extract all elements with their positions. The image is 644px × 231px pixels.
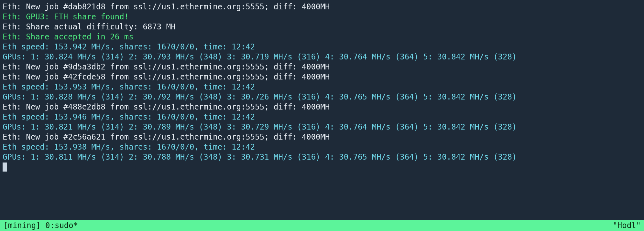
tmux-statusbar: [mining] 0:sudo* "Hodl" xyxy=(0,220,644,231)
statusbar-hostname: "Hodl" xyxy=(613,221,641,231)
terminal-output: Eth: New job #dab821d8 from ssl://us1.et… xyxy=(3,2,641,220)
log-line: GPUs: 1: 30.811 MH/s (314) 2: 30.788 MH/… xyxy=(3,152,641,162)
statusbar-session-window: [mining] 0:sudo* xyxy=(3,221,78,231)
log-line: GPUs: 1: 30.824 MH/s (314) 2: 30.793 MH/… xyxy=(3,52,641,62)
log-line: Eth speed: 153.938 MH/s, shares: 1670/0/… xyxy=(3,142,641,152)
log-line: Eth speed: 153.946 MH/s, shares: 1670/0/… xyxy=(3,112,641,122)
log-line: Eth: New job #dab821d8 from ssl://us1.et… xyxy=(3,2,641,12)
terminal-window[interactable]: Eth: New job #dab821d8 from ssl://us1.et… xyxy=(0,0,644,231)
log-line: Eth: New job #42fcde58 from ssl://us1.et… xyxy=(3,72,641,82)
log-line: Eth: GPU3: ETH share found! xyxy=(3,12,641,22)
cursor-icon xyxy=(3,163,7,172)
log-line: Eth: Share accepted in 26 ms xyxy=(3,32,641,42)
log-line: Eth: New job #2c56a621 from ssl://us1.et… xyxy=(3,132,641,142)
log-line: GPUs: 1: 30.821 MH/s (314) 2: 30.789 MH/… xyxy=(3,122,641,132)
log-line: Eth speed: 153.953 MH/s, shares: 1670/0/… xyxy=(3,82,641,92)
log-line: Eth: New job #488e2db8 from ssl://us1.et… xyxy=(3,102,641,112)
log-line: Eth speed: 153.942 MH/s, shares: 1670/0/… xyxy=(3,42,641,52)
log-line: Eth: Share actual difficulty: 6873 MH xyxy=(3,22,641,32)
log-line: Eth: New job #9d5a3db2 from ssl://us1.et… xyxy=(3,62,641,72)
cursor-line[interactable] xyxy=(3,162,641,172)
log-line: GPUs: 1: 30.828 MH/s (314) 2: 30.792 MH/… xyxy=(3,92,641,102)
